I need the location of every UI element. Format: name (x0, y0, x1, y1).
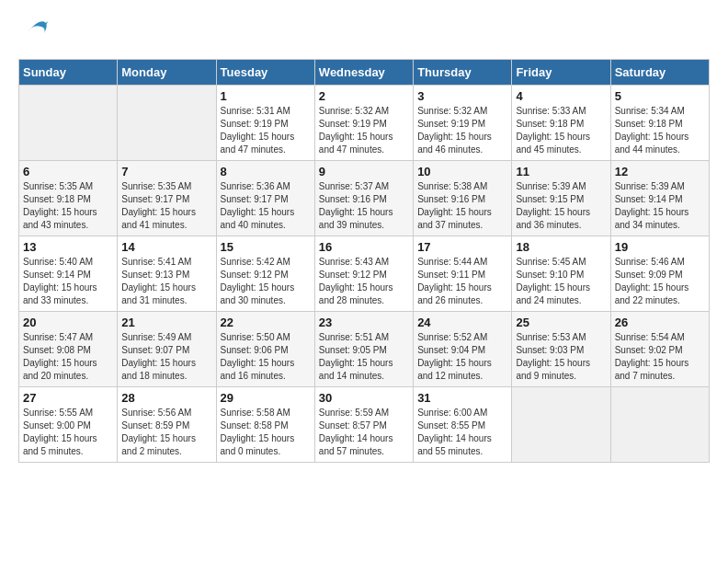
day-info: Sunrise: 5:53 AMSunset: 9:03 PMDaylight:… (516, 331, 606, 383)
day-info: Sunrise: 5:38 AMSunset: 9:16 PMDaylight:… (417, 180, 507, 232)
calendar-cell: 3Sunrise: 5:32 AMSunset: 9:19 PMDaylight… (414, 86, 512, 161)
day-info: Sunrise: 5:41 AMSunset: 9:13 PMDaylight:… (121, 256, 211, 307)
calendar-cell: 30Sunrise: 5:59 AMSunset: 8:57 PMDayligh… (314, 387, 413, 463)
calendar-cell: 14Sunrise: 5:41 AMSunset: 9:13 PMDayligh… (118, 236, 216, 312)
logo-icon (22, 18, 50, 46)
day-number: 18 (516, 240, 606, 254)
day-number: 9 (319, 165, 409, 178)
day-number: 28 (121, 391, 211, 405)
calendar-cell (118, 86, 216, 161)
calendar-cell: 18Sunrise: 5:45 AMSunset: 9:10 PMDayligh… (512, 236, 610, 312)
day-number: 5 (615, 89, 705, 103)
day-info: Sunrise: 5:39 AMSunset: 9:14 PMDaylight:… (615, 180, 705, 232)
day-info: Sunrise: 5:31 AMSunset: 9:19 PMDaylight:… (221, 105, 311, 156)
day-number: 3 (417, 89, 507, 103)
day-number: 25 (516, 316, 606, 329)
day-number: 14 (121, 240, 211, 254)
calendar-cell: 24Sunrise: 5:52 AMSunset: 9:04 PMDayligh… (414, 312, 512, 387)
day-number: 8 (221, 165, 311, 178)
calendar-cell: 22Sunrise: 5:50 AMSunset: 9:06 PMDayligh… (216, 312, 314, 387)
day-number: 26 (615, 316, 705, 329)
day-info: Sunrise: 5:40 AMSunset: 9:14 PMDaylight:… (23, 256, 113, 307)
calendar-cell: 2Sunrise: 5:32 AMSunset: 9:19 PMDaylight… (314, 86, 413, 161)
calendar-cell: 27Sunrise: 5:55 AMSunset: 9:00 PMDayligh… (19, 387, 118, 463)
day-info: Sunrise: 5:54 AMSunset: 9:02 PMDaylight:… (615, 331, 705, 383)
calendar-cell: 1Sunrise: 5:31 AMSunset: 9:19 PMDaylight… (216, 86, 314, 161)
day-number: 30 (319, 391, 409, 405)
day-info: Sunrise: 6:00 AMSunset: 8:55 PMDaylight:… (417, 407, 507, 458)
calendar-cell: 7Sunrise: 5:35 AMSunset: 9:17 PMDaylight… (118, 161, 216, 236)
calendar-cell: 20Sunrise: 5:47 AMSunset: 9:08 PMDayligh… (19, 312, 118, 387)
weekday-header: Saturday (610, 60, 709, 86)
calendar-cell: 19Sunrise: 5:46 AMSunset: 9:09 PMDayligh… (610, 236, 709, 312)
calendar-cell: 16Sunrise: 5:43 AMSunset: 9:12 PMDayligh… (314, 236, 413, 312)
weekday-header: Monday (118, 60, 216, 86)
day-number: 15 (221, 240, 311, 254)
calendar-cell: 17Sunrise: 5:44 AMSunset: 9:11 PMDayligh… (414, 236, 512, 312)
calendar-cell (610, 387, 709, 463)
day-info: Sunrise: 5:49 AMSunset: 9:07 PMDaylight:… (121, 331, 211, 383)
day-info: Sunrise: 5:56 AMSunset: 8:59 PMDaylight:… (121, 407, 211, 458)
day-info: Sunrise: 5:42 AMSunset: 9:12 PMDaylight:… (221, 256, 311, 307)
day-info: Sunrise: 5:55 AMSunset: 9:00 PMDaylight:… (23, 407, 113, 458)
day-info: Sunrise: 5:35 AMSunset: 9:17 PMDaylight:… (121, 180, 211, 232)
weekday-header: Thursday (414, 60, 512, 86)
calendar-cell: 21Sunrise: 5:49 AMSunset: 9:07 PMDayligh… (118, 312, 216, 387)
day-number: 1 (221, 89, 311, 103)
calendar-table: SundayMondayTuesdayWednesdayThursdayFrid… (18, 59, 710, 463)
day-info: Sunrise: 5:58 AMSunset: 8:58 PMDaylight:… (221, 407, 311, 458)
day-number: 27 (23, 391, 113, 405)
day-info: Sunrise: 5:32 AMSunset: 9:19 PMDaylight:… (417, 105, 507, 156)
day-number: 24 (417, 316, 507, 329)
day-info: Sunrise: 5:47 AMSunset: 9:08 PMDaylight:… (23, 331, 113, 383)
day-info: Sunrise: 5:33 AMSunset: 9:18 PMDaylight:… (516, 105, 606, 156)
calendar-cell: 6Sunrise: 5:35 AMSunset: 9:18 PMDaylight… (19, 161, 118, 236)
day-number: 11 (516, 165, 606, 178)
calendar-cell: 29Sunrise: 5:58 AMSunset: 8:58 PMDayligh… (216, 387, 314, 463)
day-number: 12 (615, 165, 705, 178)
day-number: 29 (221, 391, 311, 405)
day-info: Sunrise: 5:32 AMSunset: 9:19 PMDaylight:… (319, 105, 409, 156)
weekday-header: Friday (512, 60, 610, 86)
day-info: Sunrise: 5:45 AMSunset: 9:10 PMDaylight:… (516, 256, 606, 307)
day-number: 6 (23, 165, 113, 178)
day-info: Sunrise: 5:59 AMSunset: 8:57 PMDaylight:… (319, 407, 409, 458)
day-info: Sunrise: 5:43 AMSunset: 9:12 PMDaylight:… (319, 256, 409, 307)
day-info: Sunrise: 5:50 AMSunset: 9:06 PMDaylight:… (221, 331, 311, 383)
calendar-cell: 10Sunrise: 5:38 AMSunset: 9:16 PMDayligh… (414, 161, 512, 236)
logo (18, 18, 51, 50)
calendar-cell: 28Sunrise: 5:56 AMSunset: 8:59 PMDayligh… (118, 387, 216, 463)
day-number: 23 (319, 316, 409, 329)
calendar-cell (19, 86, 118, 161)
calendar-cell: 23Sunrise: 5:51 AMSunset: 9:05 PMDayligh… (314, 312, 413, 387)
day-number: 22 (221, 316, 311, 329)
day-number: 7 (121, 165, 211, 178)
calendar-cell: 13Sunrise: 5:40 AMSunset: 9:14 PMDayligh… (19, 236, 118, 312)
day-number: 31 (417, 391, 507, 405)
day-info: Sunrise: 5:44 AMSunset: 9:11 PMDaylight:… (417, 256, 507, 307)
calendar-cell: 15Sunrise: 5:42 AMSunset: 9:12 PMDayligh… (216, 236, 314, 312)
calendar-cell: 26Sunrise: 5:54 AMSunset: 9:02 PMDayligh… (610, 312, 709, 387)
day-info: Sunrise: 5:51 AMSunset: 9:05 PMDaylight:… (319, 331, 409, 383)
day-number: 16 (319, 240, 409, 254)
calendar-cell: 5Sunrise: 5:34 AMSunset: 9:18 PMDaylight… (610, 86, 709, 161)
calendar-cell: 25Sunrise: 5:53 AMSunset: 9:03 PMDayligh… (512, 312, 610, 387)
calendar-cell: 31Sunrise: 6:00 AMSunset: 8:55 PMDayligh… (414, 387, 512, 463)
day-info: Sunrise: 5:34 AMSunset: 9:18 PMDaylight:… (615, 105, 705, 156)
day-number: 13 (23, 240, 113, 254)
calendar-cell: 8Sunrise: 5:36 AMSunset: 9:17 PMDaylight… (216, 161, 314, 236)
calendar-cell: 9Sunrise: 5:37 AMSunset: 9:16 PMDaylight… (314, 161, 413, 236)
day-info: Sunrise: 5:52 AMSunset: 9:04 PMDaylight:… (417, 331, 507, 383)
day-number: 20 (23, 316, 113, 329)
day-number: 2 (319, 89, 409, 103)
calendar-cell: 4Sunrise: 5:33 AMSunset: 9:18 PMDaylight… (512, 86, 610, 161)
calendar-cell: 12Sunrise: 5:39 AMSunset: 9:14 PMDayligh… (610, 161, 709, 236)
calendar-cell: 11Sunrise: 5:39 AMSunset: 9:15 PMDayligh… (512, 161, 610, 236)
day-info: Sunrise: 5:36 AMSunset: 9:17 PMDaylight:… (221, 180, 311, 232)
day-info: Sunrise: 5:35 AMSunset: 9:18 PMDaylight:… (23, 180, 113, 232)
day-number: 21 (121, 316, 211, 329)
day-number: 4 (516, 89, 606, 103)
weekday-header: Sunday (19, 60, 118, 86)
day-number: 10 (417, 165, 507, 178)
day-number: 19 (615, 240, 705, 254)
